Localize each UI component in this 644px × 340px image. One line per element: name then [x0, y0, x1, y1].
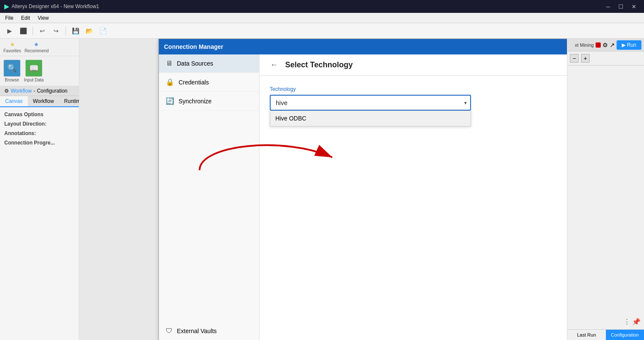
nav-external-vaults[interactable]: 🛡 External Vaults — [159, 322, 259, 340]
config-row-annotations: Annotations: — [4, 130, 75, 136]
nav-synchronize[interactable]: 🔄 Synchronize — [159, 92, 259, 111]
input-data-icon-box: 📖 — [25, 60, 42, 77]
right-sidebar-content — [567, 66, 644, 314]
nav-synchronize-label: Synchronize — [179, 98, 212, 105]
run-button[interactable]: ▶ Run — [617, 40, 641, 50]
config-row-layout: Layout Direction: — [4, 121, 75, 127]
modal-page-title: Select Technology — [285, 60, 353, 69]
zoom-controls: − + — [567, 51, 644, 66]
canvas-options-label: Canvas Options — [4, 111, 56, 117]
nav-credentials[interactable]: 🔒 Credentials — [159, 73, 259, 92]
tab-canvas[interactable]: Canvas — [0, 96, 28, 107]
annotations-label: Annotations: — [4, 130, 56, 136]
zoom-in-button[interactable]: + — [581, 54, 590, 63]
tool-icons-row: 🔍 Browse 📖 Input Data — [0, 56, 79, 86]
minimize-button[interactable]: ─ — [602, 2, 614, 11]
nav-data-sources-label: Data Sources — [177, 60, 213, 67]
gear-icon: ⚙ — [4, 88, 9, 94]
recommend-btn[interactable]: ★ Recommend — [24, 41, 49, 53]
toolbar-open[interactable]: 📂 — [83, 25, 95, 37]
workflow-link[interactable]: Workflow — [11, 88, 32, 94]
modal-body: 🖥 Data Sources 🔒 Credentials 🔄 Synchroni… — [159, 54, 567, 340]
toolbar: ▶ ⬛ ↩ ↪ 💾 📂 📄 — [0, 23, 644, 39]
right-bottom-tabs: Last Run Configuration — [567, 329, 644, 340]
settings-icon: ⚙ — [602, 42, 608, 48]
toolbar-undo[interactable]: ↩ — [36, 25, 48, 37]
app-icon: ▶ — [4, 3, 9, 10]
modal-nav: 🖥 Data Sources 🔒 Credentials 🔄 Synchroni… — [159, 54, 259, 340]
modal-content-header: ← Select Technology Cancel — [259, 54, 567, 76]
toolbar-run[interactable]: ▶ — [3, 25, 15, 37]
recommend-label: Recommend — [24, 48, 49, 53]
input-data-icon: 📖 — [29, 63, 39, 73]
input-data-label: Input Data — [24, 78, 44, 82]
input-data-tool[interactable]: 📖 Input Data — [24, 60, 44, 82]
config-row-canvas-options: Canvas Options — [4, 111, 75, 117]
browse-tool[interactable]: 🔍 Browse — [3, 60, 21, 82]
config-header: ⚙ Workflow - Configuration — [0, 86, 79, 96]
technology-select-wrapper: hive Hive ODBC ▾ Hive ODBC — [270, 95, 471, 111]
modal-content: ← Select Technology Cancel Technology hi… — [259, 54, 567, 340]
dropdown-item-hive-odbc[interactable]: Hive ODBC — [270, 111, 471, 126]
configuration-tab[interactable]: Configuration — [606, 330, 644, 340]
toolbar-sep2 — [66, 27, 66, 35]
toolbar-sep1 — [33, 27, 33, 35]
browse-icon-box: 🔍 — [3, 60, 21, 77]
back-button[interactable]: ← — [268, 59, 280, 71]
menu-file[interactable]: File — [2, 14, 17, 22]
technology-select[interactable]: hive Hive ODBC — [270, 95, 471, 111]
menu-view[interactable]: View — [34, 14, 52, 22]
text-mining-label: xt Mining — [575, 42, 594, 48]
toolbar-stop[interactable]: ⬛ — [17, 25, 29, 37]
config-header-text: Configuration — [37, 88, 67, 94]
menu-bar: File Edit View — [0, 13, 644, 23]
technology-dropdown-list: Hive ODBC — [270, 111, 471, 126]
config-row-connection: Connection Progre... — [4, 140, 75, 146]
menu-edit[interactable]: Edit — [18, 14, 33, 22]
tab-workflow[interactable]: Workflow — [28, 96, 59, 107]
app-close-button[interactable]: ✕ — [628, 2, 640, 11]
modal-overlay: Connection Manager ✕ 🖥 Data Sources 🔒 Cr… — [79, 39, 567, 340]
modal-title: Connection Manager — [164, 43, 223, 50]
connection-manager-modal: Connection Manager ✕ 🖥 Data Sources 🔒 Cr… — [158, 39, 567, 340]
technology-label: Technology — [270, 86, 567, 92]
title-bar: ▶ Alteryx Designer x64 - New Workflow1 ─… — [0, 0, 644, 13]
modal-nav-bottom: 🛡 External Vaults 💾 Backup 🔄 Partner — [159, 322, 259, 340]
nav-data-sources[interactable]: 🖥 Data Sources — [159, 54, 259, 73]
config-panel: ⚙ Workflow - Configuration Canvas Workfl… — [0, 86, 79, 340]
external-vaults-icon: 🛡 — [166, 327, 173, 335]
config-content: Canvas Options Layout Direction: Annotat… — [0, 107, 79, 340]
modal-title-bar: Connection Manager ✕ — [159, 39, 567, 54]
nav-credentials-label: Credentials — [179, 79, 209, 86]
title-bar-text: Alteryx Designer x64 - New Workflow1 — [12, 3, 99, 9]
credentials-icon: 🔒 — [166, 78, 174, 86]
main-layout: ★ Favorites ★ Recommend 🔍 Browse 📖 Input… — [0, 39, 644, 340]
connection-progress-label: Connection Progre... — [4, 140, 56, 146]
config-tabs: Canvas Workflow Runtime — [0, 96, 79, 107]
favorites-star-icon: ★ — [10, 41, 15, 48]
recommend-star-icon: ★ — [34, 41, 39, 48]
canvas-area: Connection Manager ✕ 🖥 Data Sources 🔒 Cr… — [79, 39, 567, 340]
config-header-dash: - — [33, 88, 35, 94]
browse-icon: 🔍 — [7, 63, 17, 73]
left-sidebar: ★ Favorites ★ Recommend 🔍 Browse 📖 Input… — [0, 39, 79, 340]
right-top-bar: xt Mining ⚙ ↗ ▶ Run — [567, 39, 644, 51]
toolbar-save[interactable]: 💾 — [69, 25, 81, 37]
expand-icon: ↗ — [610, 42, 615, 48]
favorites-label: Favorites — [3, 48, 21, 53]
maximize-button[interactable]: ☐ — [615, 2, 627, 11]
last-run-tab[interactable]: Last Run — [567, 330, 606, 340]
toolbar-new[interactable]: 📄 — [97, 25, 109, 37]
modal-content-title-row: ← Select Technology — [268, 59, 353, 71]
toolbar-redo[interactable]: ↪ — [50, 25, 62, 37]
record-icon — [596, 42, 601, 48]
favorites-btn[interactable]: ★ Favorites — [3, 41, 21, 53]
data-sources-icon: 🖥 — [166, 60, 173, 67]
more-options-icon: ⋮ — [623, 318, 630, 326]
tool-favorites-bar: ★ Favorites ★ Recommend — [0, 39, 79, 56]
title-bar-left: ▶ Alteryx Designer x64 - New Workflow1 — [4, 3, 99, 10]
title-bar-controls: ─ ☐ ✕ — [602, 2, 640, 11]
right-sidebar: xt Mining ⚙ ↗ ▶ Run − + ⋮ 📌 Last Run Con… — [567, 39, 644, 340]
layout-direction-label: Layout Direction: — [4, 121, 56, 127]
zoom-out-button[interactable]: − — [570, 54, 578, 63]
